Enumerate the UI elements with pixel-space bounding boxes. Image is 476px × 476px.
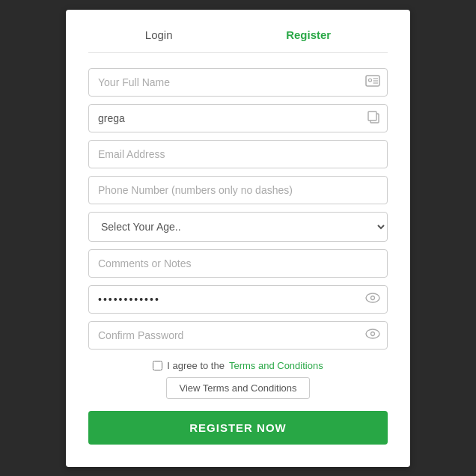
view-terms-button[interactable]: View Terms and Conditions [166,377,309,399]
terms-section: I agree to the Terms and Conditions View… [88,360,388,399]
phone-input[interactable] [88,176,388,204]
email-input[interactable] [88,140,388,168]
terms-text: I agree to the [167,360,225,371]
terms-link[interactable]: Terms and Conditions [229,360,323,371]
age-group: Select Your Age.. 18-24 25-34 35-44 45-5… [88,212,388,242]
terms-check-row: I agree to the Terms and Conditions [153,360,323,371]
username-group [88,104,388,132]
comments-group [88,249,388,278]
registration-card: Login Register [66,10,410,467]
confirm-password-group [88,321,388,350]
terms-checkbox[interactable] [153,361,162,370]
username-input[interactable] [88,104,388,132]
register-now-button[interactable]: REGISTER NOW [88,411,388,445]
tab-login[interactable]: Login [130,25,188,45]
tab-bar: Login Register [88,25,388,53]
full-name-group [88,68,388,97]
password-input[interactable] [88,285,388,314]
password-group [88,285,388,314]
email-group [88,140,388,168]
age-select[interactable]: Select Your Age.. 18-24 25-34 35-44 45-5… [88,212,388,242]
tab-register[interactable]: Register [271,25,346,45]
phone-group [88,176,388,204]
full-name-input[interactable] [88,68,388,97]
confirm-password-input[interactable] [88,321,388,350]
comments-input[interactable] [88,249,388,278]
